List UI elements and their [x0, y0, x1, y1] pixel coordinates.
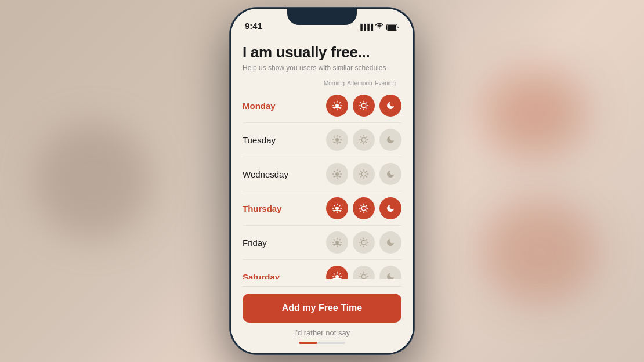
svg-point-7 [361, 172, 366, 176]
col-header-afternoon: Afternoon [347, 80, 372, 86]
svg-point-9 [361, 206, 366, 211]
day-icons-saturday [326, 266, 401, 279]
afternoon-button-wednesday[interactable] [353, 163, 375, 185]
svg-point-10 [335, 241, 339, 244]
page-title: I am usually free... [243, 44, 401, 61]
progress-fill [299, 342, 317, 344]
content-area: I am usually free... Help us show you us… [231, 34, 413, 279]
progress-bar-container [243, 342, 401, 344]
svg-point-13 [361, 274, 366, 279]
evening-button-saturday[interactable] [379, 266, 401, 279]
phone-wrapper: 9:41 ▐▐▐▐ [229, 7, 415, 355]
phone-screen: 9:41 ▐▐▐▐ [231, 9, 413, 353]
evening-button-friday[interactable] [379, 231, 401, 254]
afternoon-button-saturday[interactable] [353, 266, 375, 279]
bg-blob-left [35, 123, 151, 239]
day-row: Thursday [243, 191, 401, 226]
morning-button-monday[interactable] [326, 95, 348, 117]
day-row: Saturday [243, 260, 401, 279]
day-name-friday: Friday [243, 238, 301, 248]
morning-button-saturday[interactable] [326, 266, 348, 279]
col-header-morning: Morning [321, 80, 347, 86]
phone-frame: 9:41 ▐▐▐▐ [229, 7, 415, 355]
day-icons-friday [326, 231, 401, 254]
afternoon-button-thursday[interactable] [353, 197, 375, 219]
col-header-evening: Evening [372, 80, 398, 86]
afternoon-button-friday[interactable] [353, 231, 375, 254]
page-subtitle: Help us show you users with similar sche… [243, 64, 401, 72]
status-icons: ▐▐▐▐ [359, 23, 399, 31]
signal-icon: ▐▐▐▐ [359, 24, 372, 30]
day-icons-thursday [326, 197, 401, 219]
skip-link[interactable]: I'd rather not say [243, 328, 401, 337]
evening-button-tuesday[interactable] [379, 129, 401, 151]
day-name-saturday: Saturday [243, 272, 301, 280]
day-icons-tuesday [326, 129, 401, 151]
day-row: Friday [243, 226, 401, 260]
days-container: Monday Tuesday Wednesday Thursday Friday… [243, 89, 401, 279]
divider [243, 286, 401, 287]
morning-button-wednesday[interactable] [326, 163, 348, 185]
day-icons-monday [326, 95, 401, 117]
svg-point-6 [335, 172, 339, 176]
day-name-monday: Monday [243, 101, 301, 111]
day-name-wednesday: Wednesday [243, 169, 301, 179]
evening-button-thursday[interactable] [379, 197, 401, 219]
evening-button-monday[interactable] [379, 95, 401, 117]
afternoon-button-tuesday[interactable] [353, 129, 375, 151]
day-row: Wednesday [243, 157, 401, 191]
notch [287, 9, 357, 25]
add-free-time-button[interactable]: Add my Free Time [243, 294, 401, 323]
battery-icon [386, 24, 399, 31]
evening-button-wednesday[interactable] [379, 163, 401, 185]
progress-bar [299, 342, 345, 344]
status-time: 9:41 [245, 21, 262, 31]
afternoon-button-monday[interactable] [353, 95, 375, 117]
day-row: Tuesday [243, 123, 401, 157]
svg-rect-1 [388, 24, 396, 30]
bg-blob-right-bottom [482, 200, 598, 304]
day-name-thursday: Thursday [243, 204, 301, 213]
svg-point-8 [335, 207, 339, 210]
morning-button-tuesday[interactable] [326, 129, 348, 151]
status-bar: 9:41 ▐▐▐▐ [231, 9, 413, 34]
column-headers: Morning Afternoon Evening [243, 80, 401, 86]
svg-point-12 [335, 275, 339, 278]
svg-point-5 [361, 137, 366, 142]
svg-point-4 [335, 138, 339, 142]
day-row: Monday [243, 89, 401, 123]
bg-blob-right-top [482, 70, 586, 157]
svg-point-11 [361, 240, 366, 245]
svg-point-2 [335, 104, 339, 107]
bottom-section: Add my Free Time I'd rather not say [231, 279, 413, 353]
day-name-tuesday: Tuesday [243, 135, 301, 145]
morning-button-thursday[interactable] [326, 197, 348, 219]
wifi-icon [375, 23, 383, 31]
svg-point-3 [361, 103, 366, 108]
day-icons-wednesday [326, 163, 401, 185]
morning-button-friday[interactable] [326, 231, 348, 254]
